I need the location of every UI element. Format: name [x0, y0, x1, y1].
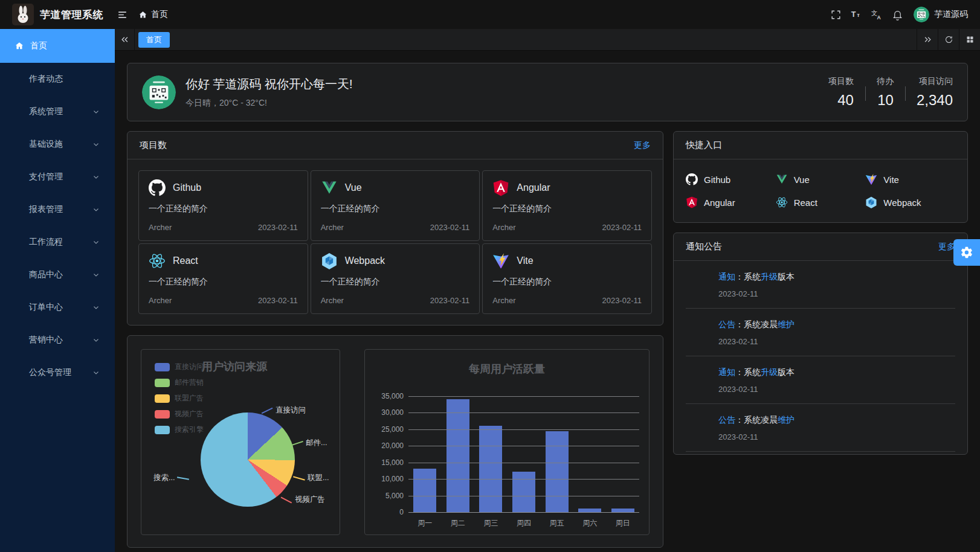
- project-desc: 一个正经的简介: [321, 277, 470, 287]
- project-card[interactable]: Webpack 一个正经的简介 Archer 2023-02-11: [311, 243, 480, 314]
- notice-item[interactable]: 通知：系统升级版本 2023-02-11: [686, 261, 955, 309]
- notices-title: 通知公告: [686, 241, 722, 252]
- y-tick-label: 5,000: [385, 492, 404, 500]
- sidebar-item[interactable]: 订单中心: [0, 291, 115, 324]
- user-menu[interactable]: 芋道源码: [914, 7, 968, 22]
- legend-item[interactable]: 视频广告: [155, 409, 204, 419]
- x-tick-label: 周四: [508, 518, 541, 528]
- shortcut-icon: [776, 173, 788, 185]
- header-action-button[interactable]: [825, 0, 846, 29]
- tab-home[interactable]: 首页: [138, 32, 170, 48]
- projects-card-header: 项目数 更多: [127, 132, 663, 159]
- rabbit-logo-icon: [12, 4, 34, 25]
- project-card[interactable]: Github 一个正经的简介 Archer 2023-02-11: [138, 170, 308, 241]
- project-author: Archer: [321, 296, 344, 305]
- settings-fab-button[interactable]: [953, 239, 980, 266]
- notice-item[interactable]: 公告：系统凌晨维护 2023-02-11: [686, 404, 955, 452]
- tab-action-button[interactable]: [917, 29, 938, 51]
- x-tick-label: 周三: [474, 518, 508, 528]
- stat-label: 项目访问: [919, 76, 953, 87]
- project-date: 2023-02-11: [602, 296, 642, 305]
- sidebar-item[interactable]: 营销中心: [0, 324, 115, 356]
- legend-swatch: [155, 394, 170, 403]
- header-action-button[interactable]: Tт: [846, 0, 866, 29]
- notices-card-header: 通知公告 更多: [674, 233, 967, 261]
- x-tick-label: 周五: [540, 518, 573, 528]
- project-card[interactable]: Vite 一个正经的简介 Archer 2023-02-11: [482, 243, 652, 314]
- project-date: 2023-02-11: [430, 223, 470, 232]
- user-qr-avatar: [142, 75, 176, 109]
- chevron-down-icon: [92, 238, 100, 246]
- sidebar-item[interactable]: 作者动态: [0, 63, 115, 95]
- shortcut-link[interactable]: Github: [686, 169, 776, 190]
- tagsview-bar: 首页: [115, 29, 980, 51]
- bar: [512, 472, 535, 513]
- notices-more-link[interactable]: 更多: [938, 242, 955, 252]
- sidebar-item[interactable]: 支付管理: [0, 161, 115, 193]
- header-action-button[interactable]: [887, 0, 907, 29]
- y-tick-label: 20,000: [381, 441, 404, 450]
- y-tick-label: 0: [399, 508, 404, 516]
- breadcrumb[interactable]: 首页: [138, 9, 168, 20]
- tab-action-button[interactable]: [938, 29, 959, 51]
- legend-item[interactable]: 邮件营销: [155, 377, 204, 388]
- tags-scroll-left-button[interactable]: [115, 29, 135, 51]
- menu-fold-button[interactable]: [112, 0, 132, 29]
- shortcut-link[interactable]: Angular: [686, 192, 776, 213]
- shortcut-label: Vite: [883, 175, 899, 185]
- sidebar-item-label: 商品中心: [29, 269, 63, 280]
- sidebar-item-label: 工作流程: [29, 237, 63, 248]
- shortcut-link[interactable]: Webpack: [865, 192, 955, 213]
- stat-value: 40: [837, 92, 854, 109]
- shortcut-label: Angular: [704, 197, 735, 208]
- shortcut-icon: [686, 196, 698, 208]
- y-tick-label: 10,000: [381, 475, 404, 483]
- pie-circle: [201, 412, 295, 507]
- hamburger-icon: [117, 9, 128, 21]
- gear-icon: [960, 246, 973, 259]
- project-author: Archer: [492, 223, 515, 232]
- project-icon: [149, 252, 166, 269]
- shortcut-link[interactable]: React: [776, 192, 866, 213]
- chevron-down-icon: [92, 303, 100, 312]
- notice-avatar: [686, 366, 710, 390]
- stat-label: 项目数: [828, 76, 854, 87]
- sidebar-item[interactable]: 报表管理: [0, 193, 115, 226]
- notice-item[interactable]: 通知：系统升级版本 2023-02-11: [686, 356, 955, 404]
- sidebar-item[interactable]: 系统管理: [0, 95, 115, 128]
- avatar: [914, 7, 929, 22]
- sidebar-item[interactable]: 公众号管理: [0, 356, 115, 389]
- shortcut-link[interactable]: Vue: [776, 169, 866, 190]
- notice-item[interactable]: 公告：系统凌晨维护 2023-02-11: [686, 309, 955, 356]
- notices-card: 通知公告 更多 通知：系统升级版本 2023-02-11: [673, 233, 968, 455]
- app-logo[interactable]: [12, 4, 34, 25]
- shortcut-link[interactable]: Vite: [865, 169, 955, 190]
- project-name: Webpack: [345, 255, 385, 266]
- double-arrow-left-icon: [120, 35, 129, 44]
- home-icon: [15, 41, 24, 51]
- chevron-down-icon: [92, 205, 100, 214]
- stat-column: 项目访问 2,340: [905, 76, 953, 109]
- sidebar-item-label: 基础设施: [29, 139, 63, 150]
- pie-label: 联盟...: [293, 473, 329, 483]
- legend-item[interactable]: 搜索引擎: [155, 425, 204, 435]
- sidebar-item-home[interactable]: 首页: [0, 29, 115, 63]
- project-card[interactable]: React 一个正经的简介 Archer 2023-02-11: [138, 243, 308, 314]
- project-desc: 一个正经的简介: [492, 277, 642, 287]
- bar: [546, 431, 569, 513]
- chevron-down-icon: [92, 75, 100, 83]
- sidebar-item[interactable]: 商品中心: [0, 258, 115, 291]
- username: 芋道源码: [934, 9, 968, 20]
- projects-more-link[interactable]: 更多: [634, 140, 651, 151]
- project-card[interactable]: Angular 一个正经的简介 Archer 2023-02-11: [482, 170, 652, 241]
- project-card[interactable]: Vue 一个正经的简介 Archer 2023-02-11: [311, 170, 480, 241]
- sidebar-item[interactable]: 工作流程: [0, 226, 115, 258]
- sidebar-item[interactable]: 基础设施: [0, 128, 115, 161]
- legend-item[interactable]: 直接访问: [155, 362, 204, 372]
- tab-action-button[interactable]: [959, 29, 980, 51]
- shortcut-label: Vue: [794, 175, 810, 185]
- header-action-button[interactable]: 文A: [866, 0, 887, 29]
- svg-text:A: A: [877, 14, 881, 20]
- legend-item[interactable]: 联盟广告: [155, 393, 204, 403]
- notice-avatar: [686, 414, 710, 438]
